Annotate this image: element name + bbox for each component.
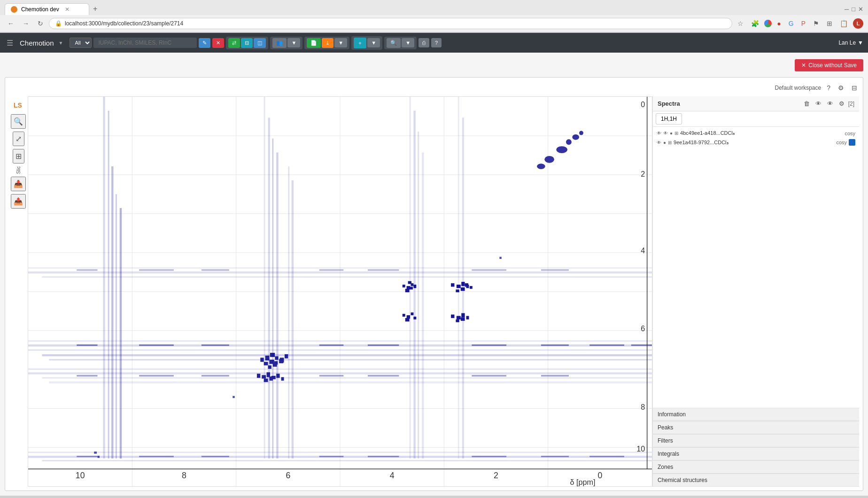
- edit-btn[interactable]: ✎: [199, 38, 210, 48]
- ext4-btn[interactable]: 📋: [837, 18, 850, 29]
- spectrum-list: 👁 👁 ● ⊞ 4bc49ee1-a418...CDCl₃ cosy 👁 ● ⊞…: [653, 127, 859, 149]
- spectrum-active-icon-2[interactable]: ●: [663, 140, 666, 145]
- ext1-btn[interactable]: P: [799, 18, 808, 29]
- section-filters[interactable]: Filters: [653, 434, 859, 447]
- browser-tab[interactable]: Chemotion dev ✕: [5, 3, 89, 15]
- chrome-icon: [764, 20, 772, 27]
- expand-btn[interactable]: ⤢: [13, 132, 24, 146]
- svg-rect-76: [461, 313, 465, 318]
- window-close-btn[interactable]: ✕: [858, 6, 863, 13]
- section-zones[interactable]: Zones: [653, 460, 859, 474]
- svg-rect-124: [368, 456, 399, 457]
- search-input[interactable]: [93, 38, 197, 48]
- svg-rect-77: [466, 316, 469, 319]
- svg-rect-118: [472, 375, 506, 376]
- svg-rect-128: [77, 269, 97, 271]
- dropdown2-btn[interactable]: ▼: [334, 38, 347, 47]
- ext3-btn[interactable]: ⊞: [824, 18, 835, 29]
- help-icon-btn[interactable]: ?: [825, 83, 832, 93]
- report-btn[interactable]: 📄: [307, 38, 321, 48]
- svg-rect-89: [279, 359, 283, 363]
- spectra-viewer: Default workspace ? ⚙ ⊟ LS 🔍 ⤢ ⊞ Slic 📥 …: [5, 77, 863, 491]
- collection-select[interactable]: All: [70, 38, 92, 48]
- help-btn[interactable]: ?: [431, 38, 442, 47]
- grid-btn[interactable]: ⊞: [13, 149, 24, 163]
- svg-rect-104: [77, 344, 97, 346]
- spectrum-active-icon-1[interactable]: ●: [670, 131, 673, 136]
- svg-rect-114: [139, 375, 174, 376]
- svg-rect-72: [405, 318, 410, 321]
- extensions-btn[interactable]: 🧩: [749, 18, 761, 29]
- section-integrals[interactable]: Integrals: [653, 447, 859, 460]
- app-brand: Chemotion: [20, 39, 54, 47]
- section-chemical-structures[interactable]: Chemical structures: [653, 474, 859, 487]
- new-tab-button[interactable]: +: [89, 3, 101, 15]
- spectrum-tab-1h1h[interactable]: 1H,1H: [656, 113, 682, 124]
- spectrum-eye-icon-1[interactable]: 👁: [657, 131, 661, 136]
- scan-btn[interactable]: ⎙: [418, 38, 429, 47]
- close-without-save-button[interactable]: ✕ Close without Save: [795, 59, 863, 71]
- spectrum-eye-icon-2[interactable]: 👁: [657, 140, 661, 145]
- delete-btn[interactable]: ✕: [212, 38, 224, 48]
- minimize-btn[interactable]: ─: [845, 6, 849, 13]
- back-btn[interactable]: ←: [5, 18, 17, 29]
- visible-spectrum-btn[interactable]: 👁: [825, 99, 835, 108]
- svg-rect-131: [319, 269, 344, 271]
- ext2-btn[interactable]: ⚑: [811, 18, 822, 29]
- zoom-in-btn[interactable]: 🔍: [11, 114, 26, 129]
- delete-spectrum-btn[interactable]: 🗑: [802, 99, 812, 108]
- dropdown-btn[interactable]: ▼: [287, 38, 300, 47]
- svg-rect-23: [108, 111, 109, 459]
- search-btn[interactable]: 🔍: [387, 38, 401, 48]
- filter-btn[interactable]: ⊟: [241, 38, 253, 48]
- spectrum-item[interactable]: 👁 ● ⊞ 9ee1a418-9792...CDCl₃ cosy: [653, 138, 859, 147]
- svg-rect-71: [411, 312, 414, 315]
- google-btn[interactable]: G: [786, 18, 796, 29]
- view-btn[interactable]: ◫: [254, 38, 266, 48]
- hide-spectrum-btn[interactable]: 👁: [814, 99, 823, 108]
- profile-btn[interactable]: ●: [775, 18, 783, 29]
- svg-rect-134: [541, 269, 569, 271]
- import-btn[interactable]: 📥: [11, 177, 26, 191]
- hamburger-menu[interactable]: ☰: [5, 37, 15, 49]
- svg-text:10: 10: [636, 444, 645, 453]
- svg-point-20: [566, 139, 572, 145]
- add-btn[interactable]: ＋: [354, 38, 366, 48]
- settings-icon-btn[interactable]: ⚙: [836, 83, 846, 93]
- main-content: ✕ Close without Save Default workspace ?…: [0, 53, 868, 496]
- export-btn[interactable]: ⤓: [322, 38, 333, 48]
- forward-btn[interactable]: →: [20, 18, 32, 29]
- svg-rect-105: [139, 344, 174, 346]
- dropdown4-btn[interactable]: ▼: [402, 38, 414, 47]
- bookmark-btn[interactable]: ☆: [735, 18, 746, 29]
- svg-rect-28: [268, 117, 270, 459]
- svg-rect-119: [541, 375, 569, 376]
- svg-rect-116: [319, 375, 344, 376]
- sync-btn[interactable]: ⇄: [228, 38, 240, 48]
- reload-btn[interactable]: ↻: [35, 18, 46, 29]
- nmr-chart-svg: 10 8 6 4 2 0 δ [ppm] 0 2 4 6 8 10: [28, 97, 652, 486]
- svg-rect-24: [111, 166, 113, 459]
- spectrum-hidden-icon-1[interactable]: 👁: [663, 131, 668, 136]
- user-mgmt-btn[interactable]: 👥: [272, 38, 287, 48]
- dropdown3-btn[interactable]: ▼: [367, 38, 380, 47]
- spectrum-item[interactable]: 👁 👁 ● ⊞ 4bc49ee1-a418...CDCl₃ cosy: [653, 129, 859, 138]
- chart-area[interactable]: 10 8 6 4 2 0 δ [ppm] 0 2 4 6 8 10: [28, 96, 652, 487]
- svg-rect-102: [94, 451, 97, 453]
- fullscreen-icon-btn[interactable]: ⊟: [850, 83, 859, 93]
- panel-actions: 🗑 👁 👁 ⚙ [2]: [802, 99, 854, 108]
- tab-close-btn[interactable]: ✕: [65, 6, 70, 13]
- address-bar[interactable]: 🔒 localhost:3000/mydb/collection/23/samp…: [49, 18, 732, 29]
- user-menu[interactable]: Lan Le ▼: [838, 39, 863, 46]
- section-information[interactable]: Information: [653, 408, 859, 421]
- svg-rect-57: [405, 289, 410, 292]
- svg-rect-73: [413, 317, 416, 319]
- svg-rect-113: [77, 375, 97, 376]
- spectrum-type-1: cosy: [845, 131, 855, 136]
- browser-chrome: Chemotion dev ✕ + ─ □ ✕ ← → ↻ 🔒 localhos…: [0, 0, 868, 33]
- section-peaks[interactable]: Peaks: [653, 421, 859, 434]
- export-btn[interactable]: 📤: [11, 194, 26, 209]
- action-group-4: ＋ ▼: [351, 36, 382, 50]
- spectrum-settings-btn[interactable]: ⚙: [837, 99, 846, 108]
- maximize-btn[interactable]: □: [852, 6, 855, 13]
